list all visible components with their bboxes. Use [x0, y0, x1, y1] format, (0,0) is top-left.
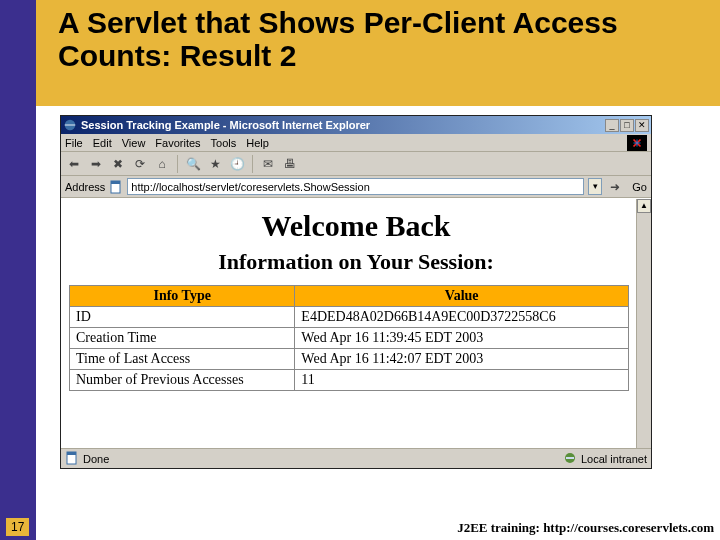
window-title: Session Tracking Example - Microsoft Int…	[81, 119, 605, 131]
table-row: Time of Last Access Wed Apr 16 11:42:07 …	[70, 349, 629, 370]
menu-edit[interactable]: Edit	[93, 137, 112, 149]
throbber-icon	[627, 135, 647, 151]
slide-title: A Servlet that Shows Per-Client Access C…	[58, 6, 706, 72]
svg-rect-3	[111, 181, 120, 184]
menu-bar: File Edit View Favorites Tools Help	[61, 134, 651, 152]
minimize-button[interactable]: _	[605, 119, 619, 132]
col-header-infotype: Info Type	[70, 286, 295, 307]
table-row: ID E4DED48A02D66B14A9EC00D3722558C6	[70, 307, 629, 328]
status-bar: Done Local intranet	[61, 448, 651, 468]
cell-key: Number of Previous Accesses	[70, 370, 295, 391]
url-input[interactable]	[127, 178, 584, 195]
status-text: Done	[83, 453, 109, 465]
browser-window: Session Tracking Example - Microsoft Int…	[60, 115, 652, 469]
go-label[interactable]: Go	[632, 181, 647, 193]
cell-key: Creation Time	[70, 328, 295, 349]
menu-favorites[interactable]: Favorites	[155, 137, 200, 149]
cell-key: Time of Last Access	[70, 349, 295, 370]
cell-key: ID	[70, 307, 295, 328]
url-dropdown[interactable]: ▾	[588, 178, 602, 195]
back-button[interactable]: ⬅	[65, 155, 83, 173]
page-subheading: Information on Your Session:	[69, 249, 643, 275]
window-titlebar[interactable]: Session Tracking Example - Microsoft Int…	[61, 116, 651, 134]
zone-icon	[563, 451, 577, 467]
slide-left-bar	[0, 0, 36, 540]
svg-rect-7	[566, 457, 574, 459]
table-row: Creation Time Wed Apr 16 11:39:45 EDT 20…	[70, 328, 629, 349]
address-label: Address	[65, 181, 105, 193]
menu-view[interactable]: View	[122, 137, 146, 149]
separator-icon	[177, 155, 178, 173]
table-row: Number of Previous Accesses 11	[70, 370, 629, 391]
favorites-button[interactable]: ★	[206, 155, 224, 173]
cell-value: 11	[295, 370, 629, 391]
zone-text: Local intranet	[581, 453, 647, 465]
col-header-value: Value	[295, 286, 629, 307]
page-heading: Welcome Back	[69, 209, 643, 243]
home-button[interactable]: ⌂	[153, 155, 171, 173]
svg-rect-5	[67, 452, 76, 455]
refresh-button[interactable]: ⟳	[131, 155, 149, 173]
ie-icon	[63, 118, 77, 132]
go-icon[interactable]: ➜	[606, 178, 624, 196]
separator-icon	[252, 155, 253, 173]
cell-value: Wed Apr 16 11:39:45 EDT 2003	[295, 328, 629, 349]
slide-footer: J2EE training: http://courses.coreservle…	[457, 520, 714, 536]
menu-file[interactable]: File	[65, 137, 83, 149]
session-table: Info Type Value ID E4DED48A02D66B14A9EC0…	[69, 285, 629, 391]
forward-button[interactable]: ➡	[87, 155, 105, 173]
history-button[interactable]: 🕘	[228, 155, 246, 173]
scroll-up-icon[interactable]: ▲	[637, 199, 651, 213]
menu-tools[interactable]: Tools	[211, 137, 237, 149]
page-icon	[109, 180, 123, 194]
mail-button[interactable]: ✉	[259, 155, 277, 173]
close-button[interactable]: ✕	[635, 119, 649, 132]
cell-value: Wed Apr 16 11:42:07 EDT 2003	[295, 349, 629, 370]
stop-button[interactable]: ✖	[109, 155, 127, 173]
search-button[interactable]: 🔍	[184, 155, 202, 173]
page-content: ▲ Welcome Back Information on Your Sessi…	[61, 198, 651, 448]
address-bar: Address ▾ ➜ Go	[61, 176, 651, 198]
print-button[interactable]: 🖶	[281, 155, 299, 173]
toolbar: ⬅ ➡ ✖ ⟳ ⌂ 🔍 ★ 🕘 ✉ 🖶	[61, 152, 651, 176]
scrollbar-vertical[interactable]: ▲	[636, 199, 651, 448]
menu-help[interactable]: Help	[246, 137, 269, 149]
slide-number: 17	[6, 518, 29, 536]
maximize-button[interactable]: □	[620, 119, 634, 132]
cell-value: E4DED48A02D66B14A9EC00D3722558C6	[295, 307, 629, 328]
slide-title-band: A Servlet that Shows Per-Client Access C…	[36, 0, 720, 106]
page-icon	[65, 451, 79, 467]
